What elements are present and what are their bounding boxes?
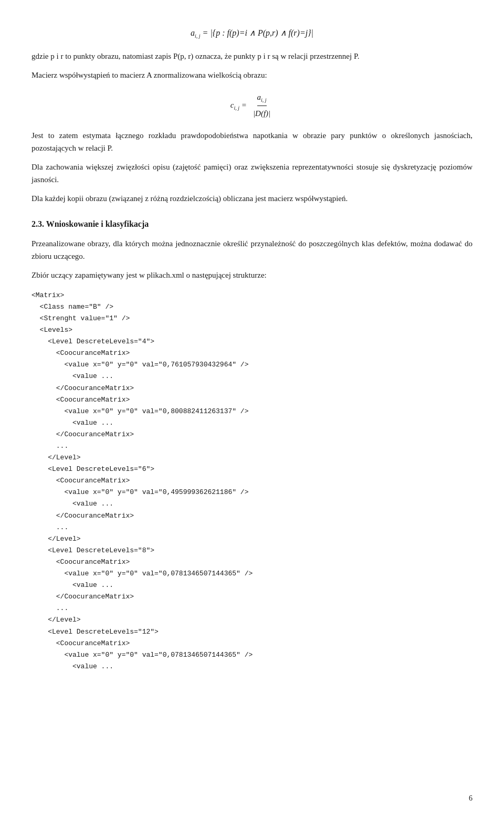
fraction-lhs: ci, j = bbox=[230, 99, 247, 112]
fraction-numerator: ai, j bbox=[257, 91, 267, 106]
top-formula: ai, j = |{p : f(p)=i ∧ P(p,r) ∧ f(r)=j}| bbox=[191, 28, 313, 37]
paragraph-7: Zbiór uczący zapamiętywany jest w plikac… bbox=[32, 269, 472, 281]
fraction-formula-block: ci, j = ai, j |D(f)| bbox=[32, 91, 472, 120]
paragraph-6: Przeanalizowane obrazy, dla których możn… bbox=[32, 237, 472, 262]
xml-code-block: <Matrix> <Class name="B" /> <Strenght va… bbox=[32, 290, 472, 672]
page-content: ai, j = |{p : f(p)=i ∧ P(p,r) ∧ f(r)=j}|… bbox=[32, 26, 472, 672]
paragraph-2: Macierz współwystąpień to macierz A znor… bbox=[32, 69, 472, 81]
paragraph-3: Jest to zatem estymata łącznego rozkładu… bbox=[32, 129, 472, 154]
fraction-part: ai, j |D(f)| bbox=[253, 91, 270, 120]
section-heading-2-3: 2.3. Wnioskowanie i klasyfikacja bbox=[32, 217, 472, 231]
paragraph-4: Dla zachowania większej zwięzłości opisu… bbox=[32, 161, 472, 186]
paragraph-5: Dla każdej kopii obrazu (związanej z róż… bbox=[32, 192, 472, 205]
fraction-denominator: |D(f)| bbox=[253, 106, 270, 120]
paragraph-1: gdzie p i r to punkty obrazu, natomiast … bbox=[32, 50, 472, 62]
top-formula-block: ai, j = |{p : f(p)=i ∧ P(p,r) ∧ f(r)=j}| bbox=[32, 26, 472, 40]
page-number: 6 bbox=[469, 793, 472, 804]
